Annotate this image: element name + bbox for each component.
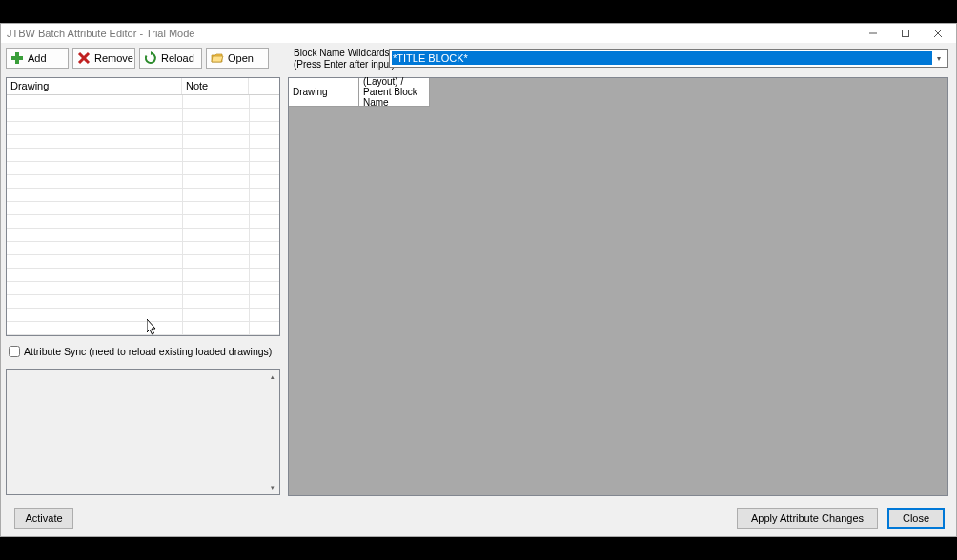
- drawings-grid-body[interactable]: [7, 95, 279, 335]
- scroll-up-button[interactable]: ▴: [266, 370, 278, 383]
- reload-icon: [144, 51, 157, 65]
- open-label: Open: [228, 52, 254, 64]
- activate-button[interactable]: Activate: [14, 508, 73, 529]
- x-icon: [77, 51, 91, 65]
- close-window-button[interactable]: [922, 24, 954, 43]
- titlebar: JTBW Batch Attribute Editor - Trial Mode: [1, 24, 956, 43]
- wildcard-value: *TITLE BLOCK*: [392, 51, 932, 65]
- folder-open-icon: [211, 51, 224, 65]
- close-icon: [933, 29, 943, 38]
- add-button[interactable]: Add: [6, 48, 69, 69]
- attributes-col-parent[interactable]: (Layout) / Parent Block Name: [359, 78, 430, 107]
- client-area: Add Remove Reload Open: [1, 43, 956, 536]
- preview-panel[interactable]: ▴ ▾: [6, 369, 280, 495]
- grid-rowlines: [7, 95, 279, 335]
- minimize-button[interactable]: [857, 24, 889, 43]
- wildcard-combobox[interactable]: *TITLE BLOCK* ▾: [389, 49, 948, 68]
- close-button[interactable]: Close: [887, 508, 945, 529]
- drawings-col-blank[interactable]: [249, 78, 279, 94]
- remove-button[interactable]: Remove: [72, 48, 135, 69]
- add-label: Add: [28, 52, 47, 64]
- open-button[interactable]: Open: [206, 48, 269, 69]
- reload-button[interactable]: Reload: [139, 48, 202, 69]
- wildcard-label: Block Name Wildcards (Press Enter after …: [294, 48, 395, 70]
- attributes-col-drawing[interactable]: Drawing: [289, 78, 359, 107]
- drawings-grid-header: Drawing Note: [7, 78, 279, 95]
- wildcard-label-line2: (Press Enter after input): [294, 59, 395, 70]
- wildcard-label-line1: Block Name Wildcards: [294, 48, 395, 59]
- minimize-icon: [868, 29, 878, 38]
- scroll-down-button[interactable]: ▾: [266, 481, 278, 493]
- reload-label: Reload: [161, 52, 194, 64]
- apply-button[interactable]: Apply Attribute Changes: [737, 508, 878, 529]
- plus-icon: [10, 51, 24, 65]
- window-title: JTBW Batch Attribute Editor - Trial Mode: [7, 28, 194, 39]
- drawings-col-note[interactable]: Note: [182, 78, 249, 94]
- attributes-grid-header: Drawing (Layout) / Parent Block Name: [289, 78, 947, 107]
- toolbar: Add Remove Reload Open: [6, 48, 269, 69]
- maximize-icon: [901, 29, 910, 38]
- attributes-grid[interactable]: Drawing (Layout) / Parent Block Name: [288, 77, 948, 496]
- window-controls: [857, 24, 954, 43]
- attribute-sync-checkbox[interactable]: Attribute Sync (need to reload existing …: [9, 346, 272, 357]
- svg-rect-5: [11, 56, 23, 60]
- remove-label: Remove: [94, 52, 133, 64]
- maximize-button[interactable]: [889, 24, 922, 43]
- app-window: JTBW Batch Attribute Editor - Trial Mode…: [0, 23, 957, 537]
- drawings-grid[interactable]: Drawing Note: [6, 77, 280, 336]
- svg-rect-1: [903, 30, 909, 37]
- chevron-down-icon[interactable]: ▾: [932, 54, 946, 63]
- attribute-sync-input[interactable]: [9, 346, 20, 357]
- attribute-sync-label: Attribute Sync (need to reload existing …: [24, 346, 272, 357]
- drawings-col-drawing[interactable]: Drawing: [7, 78, 182, 94]
